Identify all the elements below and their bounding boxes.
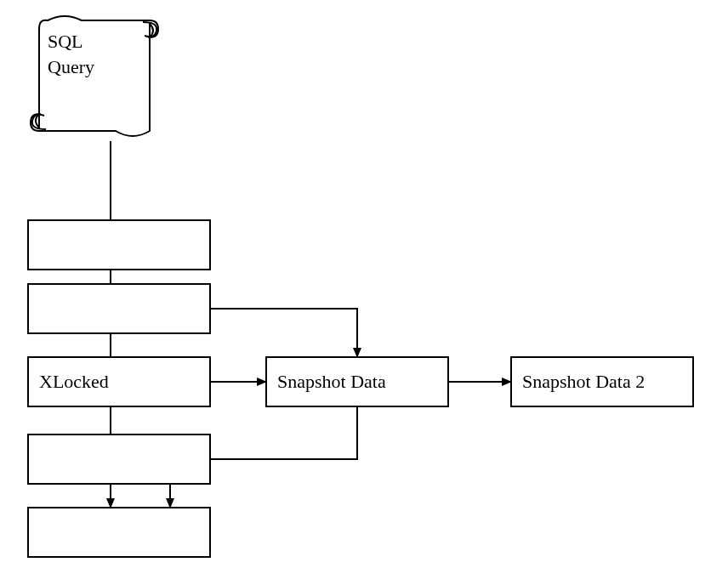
snapshot-data-2-label: Snapshot Data 2 — [522, 371, 645, 393]
snapshot-data-label: Snapshot Data — [277, 371, 386, 393]
flow-box-2 — [27, 283, 211, 334]
scroll-label-line1: SQL — [48, 29, 94, 54]
flow-box-6 — [27, 434, 211, 485]
snapshot-data-2-box: Snapshot Data 2 — [510, 356, 694, 407]
sql-query-scroll: SQL Query — [31, 12, 158, 139]
flow-box-7 — [27, 507, 211, 558]
scroll-label-line2: Query — [48, 54, 94, 80]
snapshot-data-box: Snapshot Data — [265, 356, 449, 407]
xlocked-box: XLocked — [27, 356, 211, 407]
xlocked-label: XLocked — [39, 371, 109, 393]
flow-box-1 — [27, 219, 211, 270]
